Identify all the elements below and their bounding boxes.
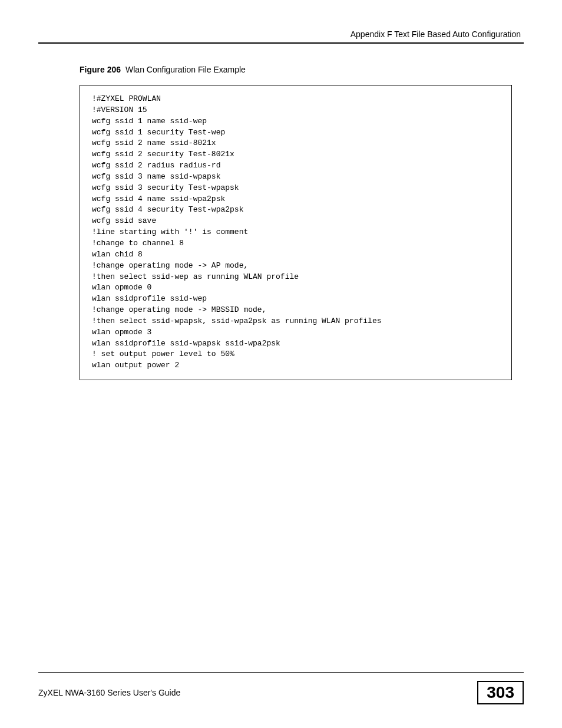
page-number: 303 — [477, 681, 524, 704]
spacer — [38, 380, 524, 672]
figure-label: Figure 206 — [80, 65, 121, 74]
header-rule — [38, 42, 524, 44]
header-title: Appendix F Text File Based Auto Configur… — [38, 29, 524, 42]
figure-title: Wlan Configuration File Example — [125, 65, 246, 74]
footer: ZyXEL NWA-3160 Series User's Guide 303 — [38, 676, 524, 704]
code-block: !#ZYXEL PROWLAN !#VERSION 15 wcfg ssid 1… — [80, 85, 512, 380]
guide-title: ZyXEL NWA-3160 Series User's Guide — [38, 688, 180, 697]
page-container: Appendix F Text File Based Auto Configur… — [0, 0, 562, 728]
figure-caption: Figure 206Wlan Configuration File Exampl… — [80, 65, 524, 74]
footer-rule — [38, 672, 524, 673]
